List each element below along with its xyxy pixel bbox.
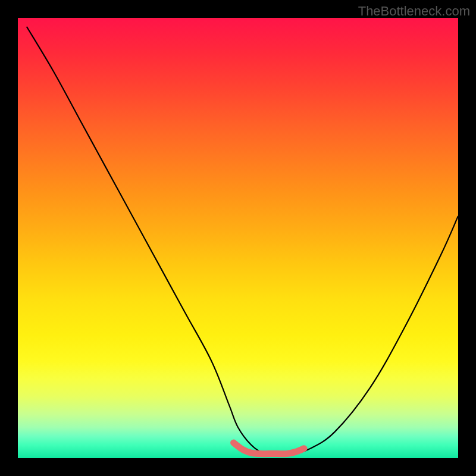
chart-svg xyxy=(18,18,458,458)
watermark-text: TheBottleneck.com xyxy=(358,4,470,19)
bottleneck-curve xyxy=(27,27,458,455)
highlight-segment xyxy=(234,443,304,454)
plot-area xyxy=(18,18,458,458)
